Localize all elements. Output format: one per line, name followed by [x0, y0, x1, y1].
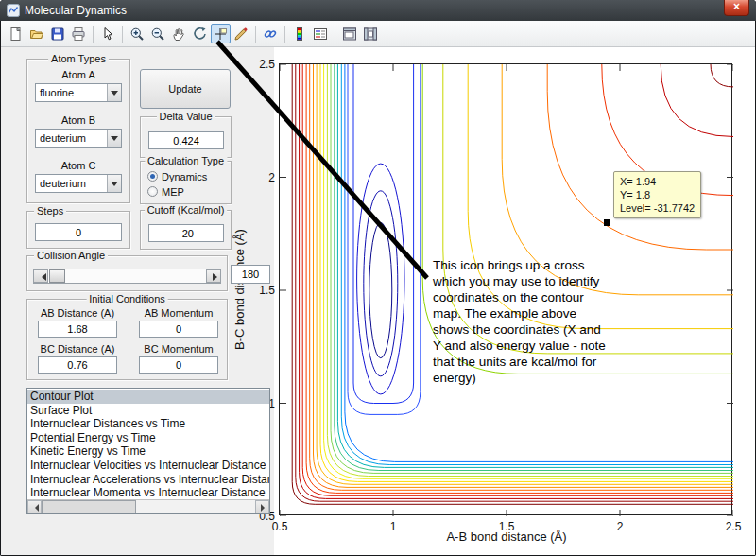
radio-dynamics-label: Dynamics	[162, 171, 207, 182]
toolbar-print-figure-button[interactable]	[69, 24, 89, 43]
ab-momentum-label: AB Momentum	[131, 307, 226, 319]
toolbar-brush-data-button[interactable]	[232, 24, 251, 43]
list-item[interactable]: Surface Plot	[27, 404, 269, 418]
delta-value-input[interactable]	[148, 131, 224, 149]
radio-mep[interactable]: MEP	[147, 185, 184, 198]
cutoff-input[interactable]	[148, 224, 224, 242]
hide-plot-tools-icon	[342, 26, 357, 42]
toolbar-insert-colorbar-button[interactable]	[290, 24, 310, 43]
slider-right-arrow-icon[interactable]	[206, 269, 221, 283]
list-item[interactable]: Potential Energy vs Time	[27, 431, 269, 445]
annotation-text: This icon brings up a cross which you ma…	[433, 257, 609, 386]
pan-icon	[171, 26, 186, 42]
datatip-line: Y= 1.8	[620, 188, 695, 201]
popup-arrow-icon[interactable]	[107, 84, 121, 101]
zoom-in-icon	[129, 26, 145, 42]
collision-angle-slider[interactable]	[33, 269, 221, 284]
close-button[interactable]: ×	[724, 0, 749, 16]
steps-input[interactable]	[35, 223, 122, 241]
toolbar-pan-button[interactable]	[169, 24, 189, 43]
radio-dynamics-control[interactable]	[147, 171, 158, 182]
listbox-items: Contour PlotSurface PlotInternuclear Dis…	[27, 390, 269, 499]
steps-panel: Steps	[26, 211, 130, 249]
atom-b-popup[interactable]: deuterium	[35, 129, 122, 148]
scrollbar-thumb[interactable]	[42, 500, 136, 513]
atom-a-popup[interactable]: fluorine	[35, 83, 122, 102]
new-figure-icon	[9, 26, 24, 42]
brush-data-icon	[233, 26, 249, 42]
cutoff-panel: Cutoff (Kcal/mol)	[140, 210, 232, 250]
list-item[interactable]: Internuclear Accelerations vs Internucle…	[27, 473, 269, 487]
toolbar-separator	[93, 26, 94, 43]
x-tick-label: 2	[601, 520, 639, 533]
atom-types-title: Atom Types	[48, 53, 109, 64]
toolbar-open-file-button[interactable]	[27, 24, 47, 43]
edit-plot-icon	[100, 26, 115, 42]
toolbar-data-cursor-button[interactable]	[211, 24, 231, 43]
toolbar-separator	[255, 26, 256, 43]
list-item[interactable]: Kinetic Energy vs Time	[27, 444, 269, 459]
radio-mep-control[interactable]	[147, 186, 158, 197]
bc-momentum-label: BC Momentum	[131, 343, 226, 355]
toolbar-hide-plot-tools-button[interactable]	[340, 24, 360, 43]
bc-distance-label: BC Distance (A)	[30, 343, 125, 355]
collision-angle-input[interactable]	[231, 265, 270, 284]
popup-arrow-icon[interactable]	[107, 130, 121, 147]
slider-left-arrow-icon[interactable]	[33, 269, 48, 283]
ab-momentum-input[interactable]	[139, 321, 218, 338]
list-item[interactable]: Internuclear Velocities vs Internuclear …	[27, 459, 269, 473]
toolbar-show-plot-tools-button[interactable]	[361, 24, 381, 43]
radio-dynamics[interactable]: Dynamics	[147, 170, 207, 182]
ab-distance-input[interactable]	[38, 321, 117, 338]
show-plot-tools-icon	[363, 26, 378, 42]
toolbar-save-figure-button[interactable]	[48, 24, 68, 43]
atom-b-label: Atom B	[27, 114, 129, 126]
toolbar-insert-legend-button[interactable]	[311, 24, 331, 43]
scroll-right-arrow-icon[interactable]	[255, 500, 269, 513]
delta-value-panel: Delta Value	[140, 116, 232, 158]
listbox-horizontal-scrollbar[interactable]	[27, 499, 269, 513]
list-item[interactable]: Contour Plot	[27, 390, 269, 404]
y-tick-label: 2	[249, 171, 275, 184]
update-button[interactable]: Update	[140, 69, 231, 109]
atom-c-label: Atom C	[27, 160, 129, 171]
toolbar-rotate-3d-button[interactable]	[190, 24, 210, 43]
zoom-out-icon	[150, 26, 165, 42]
atom-c-popup[interactable]: deuterium	[35, 174, 122, 193]
atom-a-label: Atom A	[27, 69, 129, 80]
slider-thumb[interactable]	[49, 269, 65, 283]
data-cursor-icon	[213, 26, 228, 42]
bc-distance-input[interactable]	[38, 356, 117, 374]
atom-b-value: deuterium	[40, 130, 86, 147]
toolbar-zoom-in-button[interactable]	[128, 24, 147, 43]
atom-c-value: deuterium	[40, 175, 86, 192]
datatip-box[interactable]: X= 1.94Y= 1.8Level= -31.7742	[613, 171, 701, 218]
collision-angle-panel: Collision Angle	[26, 255, 228, 291]
molecular-dynamics-window: Molecular Dynamics × Atom Types Atom A f…	[0, 0, 756, 556]
window-title: Molecular Dynamics	[25, 0, 127, 21]
scroll-left-arrow-icon[interactable]	[27, 500, 42, 513]
app-icon	[7, 4, 20, 17]
toolbar-link-plot-button[interactable]	[261, 24, 281, 43]
bc-momentum-input[interactable]	[139, 356, 218, 374]
datatip-line: Level= -31.7742	[620, 201, 695, 215]
popup-arrow-icon[interactable]	[107, 175, 121, 192]
print-figure-icon	[71, 26, 86, 42]
list-item[interactable]: Internuclear Momenta vs Internuclear Dis…	[27, 486, 269, 499]
toolbar-separator	[284, 26, 285, 43]
list-item[interactable]: Internuclear Distances vs Time	[27, 417, 269, 431]
y-axis-label: B-C bond distance (Å)	[232, 229, 247, 350]
insert-legend-icon	[313, 26, 328, 42]
datatip-marker[interactable]	[604, 219, 610, 226]
plot-type-listbox[interactable]: Contour PlotSurface PlotInternuclear Dis…	[26, 388, 270, 514]
titlebar[interactable]: Molecular Dynamics ×	[0, 0, 756, 21]
toolbar-separator	[335, 26, 335, 43]
rotate-3d-icon	[192, 26, 207, 42]
toolbar-zoom-out-button[interactable]	[148, 24, 168, 43]
atom-a-value: fluorine	[40, 84, 74, 101]
collision-angle-title: Collision Angle	[34, 250, 108, 261]
x-tick-label: 1.5	[488, 520, 525, 533]
toolbar-new-figure-button[interactable]	[7, 24, 26, 43]
x-tick-label: 1	[374, 520, 412, 533]
toolbar-edit-plot-button[interactable]	[98, 24, 118, 43]
